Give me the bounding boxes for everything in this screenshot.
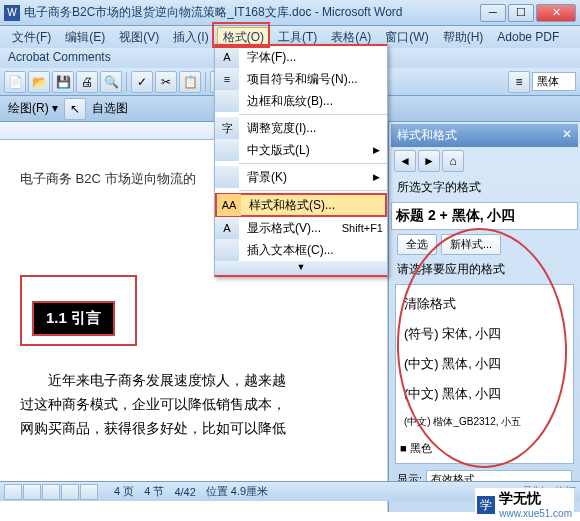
- panel-header: 样式和格式 ✕: [391, 124, 578, 147]
- maximize-button[interactable]: ☐: [508, 4, 534, 22]
- styles-panel: 样式和格式 ✕ ◄ ► ⌂ 所选文字的格式 标题 2 + 黑体, 小四 全选 新…: [388, 122, 580, 512]
- color-label: 黑色: [410, 442, 432, 454]
- menu-asian[interactable]: 中文版式(L) ▶: [215, 139, 387, 161]
- menu-help[interactable]: 帮助(H): [437, 27, 490, 48]
- menu-divider: [239, 190, 387, 191]
- section-outline: 1.1 引言: [20, 275, 137, 346]
- window-title: 电子商务B2C市场的退货逆向物流策略_IT168文库.doc - Microso…: [24, 4, 480, 21]
- style-item[interactable]: (符号) 宋体, 小四: [400, 319, 569, 349]
- background-icon: [215, 166, 239, 188]
- menu-divider: [239, 114, 387, 115]
- menu-file[interactable]: 文件(F): [6, 27, 57, 48]
- body-line: 近年来电子商务发展速度惊人，越来越: [20, 368, 367, 392]
- menu-font[interactable]: A 字体(F)...: [215, 46, 387, 68]
- styles-button[interactable]: ≡: [508, 71, 530, 93]
- section-heading: 1.1 引言: [32, 301, 115, 336]
- window-buttons: ─ ☐ ✕: [480, 4, 576, 22]
- menu-adobe[interactable]: Adobe PDF: [491, 28, 565, 46]
- shortcut-key: Shift+F1: [342, 222, 387, 234]
- panel-title: 样式和格式: [397, 127, 457, 144]
- spell-button[interactable]: ✓: [131, 71, 153, 93]
- word-icon: W: [4, 5, 20, 21]
- select-all-button[interactable]: 全选: [397, 234, 437, 255]
- format-dropdown: A 字体(F)... ≡ 项目符号和编号(N)... 边框和底纹(B)... 字…: [214, 44, 388, 277]
- menu-background[interactable]: 背景(K) ▶: [215, 166, 387, 188]
- titlebar: W 电子商务B2C市场的退货逆向物流策略_IT168文库.doc - Micro…: [0, 0, 580, 26]
- menu-font-label: 字体(F)...: [239, 49, 387, 66]
- view-buttons: [4, 484, 98, 500]
- new-button[interactable]: 📄: [4, 71, 26, 93]
- panel-fwd-button[interactable]: ►: [418, 150, 440, 172]
- menu-edit[interactable]: 编辑(E): [59, 27, 111, 48]
- new-style-button[interactable]: 新样式...: [441, 234, 501, 255]
- menu-width-label: 调整宽度(I)...: [239, 120, 387, 137]
- copy-button[interactable]: 📋: [179, 71, 201, 93]
- menu-styles-label: 样式和格式(S)...: [241, 197, 385, 214]
- status-position: 位置 4.9厘米: [206, 484, 268, 499]
- outline-view-button[interactable]: [61, 484, 79, 500]
- watermark-url: www.xue51.com: [499, 508, 572, 519]
- menu-view[interactable]: 视图(V): [113, 27, 165, 48]
- web-view-button[interactable]: [23, 484, 41, 500]
- show-format-icon: A: [215, 217, 239, 239]
- panel-home-button[interactable]: ⌂: [442, 150, 464, 172]
- menu-width[interactable]: 字 调整宽度(I)...: [215, 117, 387, 139]
- minimize-button[interactable]: ─: [480, 4, 506, 22]
- menu-show-format[interactable]: A 显示格式(V)... Shift+F1: [215, 217, 387, 239]
- menu-insert[interactable]: 插入(I): [167, 27, 214, 48]
- selected-format-label: 所选文字的格式: [391, 175, 578, 200]
- menu-textbox-label: 插入文本框(C)...: [239, 242, 387, 259]
- menu-expand[interactable]: ▼: [215, 261, 387, 275]
- autoshapes-menu[interactable]: 自选图: [88, 100, 132, 117]
- pick-format-label: 请选择要应用的格式: [391, 257, 578, 282]
- status-pages: 4/42: [174, 486, 195, 498]
- borders-icon: [215, 90, 239, 112]
- watermark-text: 学无忧: [499, 490, 572, 508]
- status-page: 4 页: [114, 484, 134, 499]
- body-text: 近年来电子商务发展速度惊人，越来越 过这种商务模式，企业可以降低销售成本， 网购…: [20, 368, 367, 440]
- menu-borders[interactable]: 边框和底纹(B)...: [215, 90, 387, 112]
- textbox-icon: [215, 239, 239, 261]
- width-icon: 字: [215, 117, 239, 139]
- style-item[interactable]: (中文) 楷体_GB2312, 小五: [400, 409, 569, 435]
- separator: [205, 72, 206, 92]
- menu-asian-label: 中文版式(L): [239, 142, 373, 159]
- panel-nav: ◄ ► ⌂: [391, 147, 578, 175]
- panel-back-button[interactable]: ◄: [394, 150, 416, 172]
- save-button[interactable]: 💾: [52, 71, 74, 93]
- select-button[interactable]: ↖: [64, 98, 86, 120]
- submenu-arrow-icon: ▶: [373, 172, 387, 182]
- preview-button[interactable]: 🔍: [100, 71, 122, 93]
- reading-view-button[interactable]: [80, 484, 98, 500]
- style-item[interactable]: (中文) 黑体, 小四: [400, 379, 569, 409]
- cut-button[interactable]: ✂: [155, 71, 177, 93]
- body-line: 网购买商品，获得很多好处，比如可以降低: [20, 416, 367, 440]
- bullets-icon: ≡: [215, 68, 239, 90]
- color-swatch[interactable]: ■ 黑色: [400, 441, 569, 456]
- open-button[interactable]: 📂: [28, 71, 50, 93]
- close-button[interactable]: ✕: [536, 4, 576, 22]
- menu-styles[interactable]: AA 样式和格式(S)...: [215, 193, 387, 217]
- menu-divider: [239, 163, 387, 164]
- menu-background-label: 背景(K): [239, 169, 373, 186]
- menu-bullets[interactable]: ≡ 项目符号和编号(N)...: [215, 68, 387, 90]
- asian-icon: [215, 139, 239, 161]
- body-line: 过这种商务模式，企业可以降低销售成本，: [20, 392, 367, 416]
- drawing-menu[interactable]: 绘图(R) ▾: [4, 100, 62, 117]
- style-list[interactable]: 清除格式 (符号) 宋体, 小四 (中文) 黑体, 小四 (中文) 黑体, 小四…: [395, 284, 574, 464]
- style-item[interactable]: (中文) 黑体, 小四: [400, 349, 569, 379]
- separator: [126, 72, 127, 92]
- style-item[interactable]: 清除格式: [400, 289, 569, 319]
- panel-close-icon[interactable]: ✕: [562, 127, 572, 144]
- menu-textbox[interactable]: 插入文本框(C)...: [215, 239, 387, 261]
- normal-view-button[interactable]: [4, 484, 22, 500]
- font-select[interactable]: 黑体: [532, 72, 576, 91]
- current-style[interactable]: 标题 2 + 黑体, 小四: [391, 202, 578, 230]
- menu-show-format-label: 显示格式(V)...: [239, 220, 342, 237]
- print-view-button[interactable]: [42, 484, 60, 500]
- print-button[interactable]: 🖨: [76, 71, 98, 93]
- watermark-icon: 学: [477, 496, 495, 514]
- menu-bullets-label: 项目符号和编号(N)...: [239, 71, 387, 88]
- watermark: 学 学无忧 www.xue51.com: [475, 488, 574, 521]
- status-section: 4 节: [144, 484, 164, 499]
